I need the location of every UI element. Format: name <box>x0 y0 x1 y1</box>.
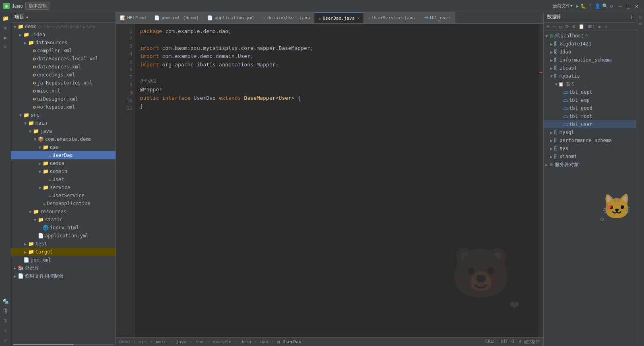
tree-item-jar-repos[interactable]: ▶ ⚙ jarRepositories.xml <box>11 79 116 87</box>
tree-item-src[interactable]: ▼ 📁 src <box>11 111 116 119</box>
tree-item-static[interactable]: ▼ 📁 static <box>11 216 116 224</box>
breadcrumb-java[interactable]: java <box>176 339 187 344</box>
db-remove-icon[interactable]: − <box>551 23 557 30</box>
db-item-tbl-dept[interactable]: ▶ 🗃 tbl_dept <box>544 88 636 96</box>
breadcrumb-userdao[interactable]: ⊙ UserDao <box>277 339 301 344</box>
db-item-tbl-root[interactable]: ▶ 🗃 tbl_root <box>544 112 636 120</box>
tree-item-test[interactable]: ▶ 📁 test <box>11 240 116 248</box>
more-icon[interactable]: ⋮ <box>588 3 593 9</box>
breadcrumb-main[interactable]: main <box>156 339 167 344</box>
tab-tbl-user[interactable]: 🗃 tbl_user <box>419 12 455 23</box>
breadcrumb-dao[interactable]: dao <box>260 339 268 344</box>
right-edge-icon-2[interactable]: ⚙ <box>638 21 642 27</box>
tab-user-domain[interactable]: ☕ domain\User.java <box>259 12 314 23</box>
search-icon[interactable]: 🔍 <box>602 3 608 9</box>
tree-item-resources[interactable]: ▼ 📁 resources <box>11 208 116 216</box>
tree-item-compiler-xml[interactable]: ▶ ⚙ compiler.xml <box>11 47 116 55</box>
db-copy-icon[interactable]: 📋 <box>577 23 586 30</box>
tree-item-package[interactable]: ▼ 📦 com.example.demo <box>11 135 116 143</box>
breadcrumb-example[interactable]: example <box>213 339 231 344</box>
tree-item-uidesigner[interactable]: ▶ ⚙ uiDesigner.xml <box>11 95 116 103</box>
tree-item-datasources[interactable]: ▶ 📁 dataSources <box>11 39 116 47</box>
db-item-information[interactable]: ▶ 🗄 information_schema <box>544 56 636 64</box>
tab-pom[interactable]: 📄 pom.xml (demo) <box>150 12 203 23</box>
status-indent[interactable]: 4 @空格符 <box>519 339 540 345</box>
vcs-button[interactable]: 版本控制 <box>25 2 50 10</box>
activity-commits[interactable]: ⊙ <box>1 23 10 32</box>
tree-item-userdao[interactable]: ▶ ☕ UserDao <box>11 151 116 159</box>
db-refresh-icon[interactable]: ↻ <box>557 23 563 30</box>
tree-item-pom-xml[interactable]: ▶ 📄 pom.xml <box>11 256 116 264</box>
db-item-tbl-user[interactable]: ▶ 🗃 tbl_user <box>544 120 636 128</box>
project-dropdown-icon[interactable]: ▾ <box>26 14 29 20</box>
db-sync-icon[interactable]: ⟳ <box>564 23 570 30</box>
tree-item-domain[interactable]: ▼ 📁 domain <box>11 167 116 175</box>
account-icon[interactable]: 👤 <box>594 3 601 9</box>
db-item-dduo[interactable]: ▶ 🗄 dduo <box>544 48 636 56</box>
run-icon[interactable]: ▶ <box>576 3 579 9</box>
tab-userdao[interactable]: ☕ UserDao.java ✕ <box>314 12 364 23</box>
right-edge-icon-1[interactable]: ⊡ <box>638 14 642 21</box>
db-item-mybatis[interactable]: ▼ 🗄 mybatis <box>544 72 636 80</box>
db-export-icon[interactable]: ↗ <box>603 23 608 30</box>
tree-item-index-html[interactable]: ▶ 🌐 index.html <box>11 224 116 232</box>
status-crlf[interactable]: CRLF <box>485 339 496 345</box>
activity-todo[interactable]: ✓ <box>1 336 10 344</box>
tree-item-workspace[interactable]: ▶ ⚙ workspace.xml <box>11 103 116 111</box>
current-file-menu[interactable]: 当前文件▾ <box>553 3 573 9</box>
breadcrumb-com[interactable]: com <box>196 339 204 344</box>
activity-project[interactable]: 📁 <box>1 14 10 23</box>
tree-item-service[interactable]: ▼ 📁 service <box>11 183 116 192</box>
code-editor[interactable]: 🐻 ❤️ package com.example.demo.dao; impor… <box>135 24 539 337</box>
db-item-localhost[interactable]: ▼ 🖥 @localhost 9 <box>544 32 636 40</box>
activity-terminal[interactable]: ⊡ <box>1 316 10 325</box>
tree-item-temp-files[interactable]: ▶ 📄 临时文件和控制台 <box>11 272 116 280</box>
tree-item-misc[interactable]: ▶ ⚙ misc.xml <box>11 87 116 95</box>
tree-item-target[interactable]: ▶ 📁 target <box>11 248 116 256</box>
tab-userdao-close[interactable]: ✕ <box>357 16 359 21</box>
tree-item-encodings[interactable]: ▶ ⚙ encodings.xml <box>11 71 116 79</box>
tree-item-ext-libs[interactable]: ▶ 📚 外部库 <box>11 264 116 272</box>
db-item-tables[interactable]: ▼ 📋 表 5 <box>544 80 636 88</box>
db-item-server-obj[interactable]: ▶ 🖥 服务器对象 <box>544 161 636 169</box>
db-settings-icon[interactable]: ⚙ <box>571 23 576 30</box>
activity-problems[interactable]: ⚠ <box>1 326 10 335</box>
tree-item-idea[interactable]: ▶ 📁 .idea <box>11 31 116 39</box>
activity-run[interactable]: ▶ <box>1 33 10 42</box>
breadcrumb-demo2[interactable]: demo <box>240 339 251 344</box>
db-item-tbl-good[interactable]: ▶ 🗃 tbl_good <box>544 104 636 112</box>
close-button[interactable]: ✕ <box>633 3 641 9</box>
db-item-sys[interactable]: ▶ 🗄 sys <box>544 144 636 152</box>
tab-userservice[interactable]: ☕ UserService.java <box>364 12 419 23</box>
minimize-button[interactable]: ─ <box>616 3 624 9</box>
breadcrumb-src[interactable]: src <box>139 339 147 344</box>
tree-item-dao[interactable]: ▼ 📁 dao <box>11 143 116 151</box>
db-expand-icon[interactable]: ⟨ <box>630 15 633 19</box>
db-sql-icon[interactable]: 001 <box>586 24 596 29</box>
tree-item-user-class[interactable]: ▶ ☕ User <box>11 175 116 183</box>
db-item-xiaomi[interactable]: ▶ 🗄 xiaomi <box>544 152 636 161</box>
tree-item-demo-root[interactable]: ▼ 📁 demo C:\Users\ZDY\Desktop\der <box>11 23 116 31</box>
db-item-mysql[interactable]: ▶ 🗄 mysql <box>544 128 636 136</box>
db-item-itcast[interactable]: ▶ 🗄 itcast <box>544 64 636 72</box>
tree-item-datasources-xml[interactable]: ▶ ⚙ dataSources.xml <box>11 63 116 71</box>
db-filter-icon[interactable]: ◈ <box>597 23 602 30</box>
maximize-button[interactable]: □ <box>624 3 632 9</box>
tree-item-application-yml[interactable]: ▶ 📄 application.yml <box>11 232 116 240</box>
tree-item-java[interactable]: ▼ 📁 java <box>11 127 116 135</box>
tab-application[interactable]: 📄 application.yml <box>203 12 259 23</box>
breadcrumb-demo[interactable]: demo <box>119 339 130 344</box>
tree-item-demoapplication[interactable]: ▶ ☕ DemoApplication <box>11 200 116 208</box>
activity-structure[interactable]: 🔩 <box>1 297 10 306</box>
tree-item-datasources-local[interactable]: ▶ ⚙ dataSources.local.xml <box>11 55 116 63</box>
tree-item-userservice[interactable]: ▶ ☕ UserService <box>11 192 116 200</box>
activity-git[interactable]: ⑂ <box>1 43 10 51</box>
db-item-bigdate[interactable]: ▶ 🗄 bigdate1421 <box>544 40 636 48</box>
debug-icon[interactable]: 🐛 <box>580 3 586 9</box>
activity-database[interactable]: 🗄 <box>1 307 10 315</box>
tree-item-main[interactable]: ▼ 📁 main <box>11 119 116 127</box>
db-item-tbl-emp[interactable]: ▶ 🗃 tbl_emp <box>544 96 636 104</box>
db-item-performance[interactable]: ▶ 🗄 performance_schema <box>544 136 636 144</box>
status-encoding[interactable]: UTF-8 <box>501 339 514 345</box>
tab-help[interactable]: 📝 HELP.md <box>116 12 150 23</box>
